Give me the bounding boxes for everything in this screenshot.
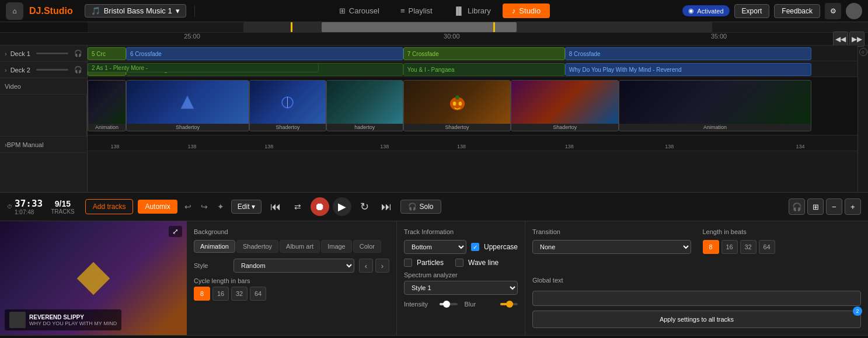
deck1-volume-slider[interactable] [36, 53, 68, 54]
play-button[interactable]: ▶ [333, 197, 351, 216]
spectrum-select[interactable]: Style 1 [404, 281, 518, 295]
deck1-label-text: Deck 1 [11, 50, 30, 57]
spectrum-label: Spectrum analyzer [404, 271, 518, 278]
blur-slider[interactable] [500, 303, 518, 305]
home-icon: ⌂ [12, 7, 16, 15]
zoom-in-button[interactable]: + [845, 198, 861, 215]
deck2-block-4[interactable]: You & I - Pangaea [403, 63, 565, 76]
video-block-2[interactable]: Shadertoy [249, 80, 326, 131]
feedback-button[interactable]: Feedback [774, 4, 820, 18]
apply-all-tracks-button[interactable]: Apply settings to all tracks [532, 311, 861, 328]
playlist-icon: ≡ [400, 6, 405, 15]
redo-button[interactable]: ↪ [198, 200, 210, 214]
tab-studio[interactable]: ♪ Studio [503, 4, 550, 18]
snap-button[interactable]: ✦ [215, 200, 226, 214]
home-button[interactable]: ⌂ [6, 2, 23, 20]
total-time: 1:07:48 [15, 209, 43, 215]
solo-button[interactable]: 🎧 Solo [400, 200, 441, 214]
deck1-block4-label: 8 Crossfade [569, 51, 601, 57]
particles-label: Particles [417, 259, 444, 267]
tab-library[interactable]: ▐▌ Library [444, 4, 500, 18]
intensity-slider[interactable] [440, 303, 458, 305]
cycle-beat-64[interactable]: 64 [250, 287, 266, 301]
style-prev-button[interactable]: ‹ [359, 259, 373, 273]
transition-select[interactable]: None [532, 240, 691, 254]
global-text-input[interactable] [532, 291, 861, 306]
record-button[interactable]: ⏺ [311, 197, 329, 216]
loop-button[interactable]: ↻ [355, 197, 374, 216]
prev-track-button[interactable]: ⏮ [266, 197, 285, 216]
video-block-5[interactable]: Shadertoy [511, 80, 619, 131]
cycle-beat-32[interactable]: 32 [231, 287, 247, 301]
deck2-block-5[interactable]: Why Do You Play With My Mind - Reverend [565, 63, 811, 76]
deck1-label[interactable]: › Deck 1 🎧 [0, 46, 87, 62]
video-block-1[interactable]: Shadertoy [126, 80, 249, 131]
add-tracks-button[interactable]: Add tracks [85, 199, 134, 214]
length-beat-16[interactable]: 16 [721, 240, 738, 254]
spectrum-section: Spectrum analyzer Style 1 [404, 271, 518, 295]
tracks-counter: 9/15 TRACKS [51, 199, 75, 215]
intensity-thumb[interactable] [443, 301, 450, 308]
mixed-badge[interactable]: ◉ Activated [682, 5, 729, 16]
length-beat-32[interactable]: 32 [740, 240, 757, 254]
intensity-container: Intensity [404, 301, 458, 308]
transition-section: Transition None [532, 228, 691, 273]
length-beat-64[interactable]: 64 [759, 240, 775, 254]
position-select[interactable]: Bottom [404, 240, 466, 254]
deck1-block-4[interactable]: 8 Crossfade [565, 47, 811, 60]
bg-tab-color[interactable]: Color [353, 240, 381, 253]
tab-playlist[interactable]: ≡ Playlist [391, 4, 442, 18]
message-badge[interactable]: 2 [853, 306, 862, 316]
scroll-indicator[interactable]: ○ [859, 48, 867, 56]
project-selector[interactable]: 🎵 Bristol Bass Music 1 ▾ [85, 4, 186, 18]
uppercase-checkbox[interactable]: ✓ [471, 243, 479, 251]
bpm-label[interactable]: › BPM Manual [0, 137, 87, 153]
deck2-volume-slider[interactable] [36, 69, 68, 71]
deck2-label[interactable]: › Deck 2 🎧 [0, 62, 87, 78]
undo-button[interactable]: ↩ [182, 200, 194, 214]
deck1-block-2[interactable]: 6 Crossfade [126, 47, 403, 60]
project-name: Bristol Bass Music 1 [104, 6, 172, 15]
edit-button[interactable]: Edit ▾ [231, 200, 262, 214]
deck1-headphone-icon: 🎧 [74, 50, 82, 57]
waveline-checkbox[interactable] [455, 259, 463, 267]
export-button[interactable]: Export [734, 4, 770, 18]
main-nav-tabs: ⊞ Carousel ≡ Playlist ▐▌ Library ♪ Studi… [330, 4, 550, 18]
timeline-scrollbar[interactable] [0, 22, 868, 33]
skip-forward-button[interactable]: ▶▶ [849, 32, 864, 47]
deck1-block-3[interactable]: 7 Crossfade [403, 47, 565, 60]
settings-button[interactable]: ⚙ [825, 3, 841, 19]
video-block-0[interactable]: Animation [88, 80, 126, 131]
video-block-4[interactable]: Shadertoy [403, 80, 511, 131]
skip-back-button[interactable]: ◀◀ [833, 32, 848, 47]
particles-checkbox[interactable] [404, 259, 412, 267]
headphones-mix-button[interactable]: 🎧 [789, 198, 805, 215]
bg-tab-albumart[interactable]: Album art [280, 240, 320, 253]
time-marker-1: 25:00 [184, 33, 200, 40]
style-select[interactable]: Random [233, 259, 354, 273]
bg-tab-image[interactable]: Image [321, 240, 352, 253]
video-block-3[interactable]: hadertoy [326, 80, 403, 131]
video-block-6[interactable]: Animation [619, 80, 811, 131]
tab-carousel[interactable]: ⊞ Carousel [330, 4, 389, 18]
deck2-block-3[interactable]: 2 As 1 - Plenty More - [88, 63, 319, 72]
length-beat-8[interactable]: 8 [703, 240, 719, 254]
video-space [0, 95, 87, 137]
bg-tab-shadertoy[interactable]: Shadertoy [236, 240, 278, 253]
user-avatar[interactable] [846, 3, 862, 19]
zoom-out-button[interactable]: − [826, 198, 842, 215]
nav-divider [194, 5, 195, 17]
grid-button[interactable]: ⊞ [807, 198, 824, 215]
bg-tab-animation[interactable]: Animation [194, 240, 235, 253]
cycle-beat-16[interactable]: 16 [212, 287, 229, 301]
current-time: 37:33 [15, 198, 43, 209]
blur-thumb[interactable] [506, 301, 513, 308]
preview-expand-button[interactable]: ⤢ [169, 226, 182, 237]
automix-button[interactable]: Automix [138, 200, 177, 214]
next-track-button[interactable]: ⏭ [377, 197, 396, 216]
deck1-block-1[interactable]: 5 Crc [88, 47, 126, 60]
cycle-beat-8[interactable]: 8 [194, 287, 210, 301]
style-next-button[interactable]: › [375, 259, 389, 273]
sync-button[interactable]: ⇄ [288, 197, 307, 216]
blur-container: Blur [465, 301, 518, 308]
